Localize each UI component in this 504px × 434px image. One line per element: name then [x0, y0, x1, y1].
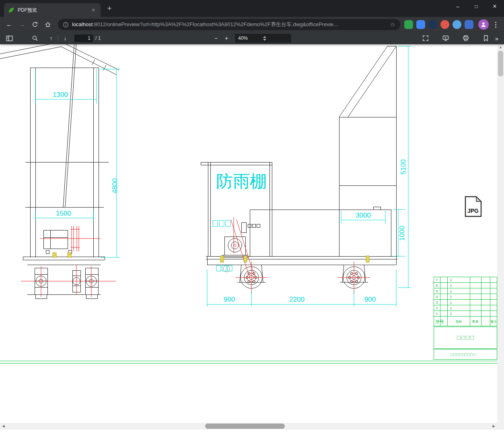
horizontal-scrollbar[interactable]: ◀ ▶ [0, 423, 497, 430]
extension-icon-1[interactable] [404, 20, 413, 29]
fullscreen-button[interactable] [420, 33, 431, 43]
extension-icon-3[interactable] [428, 20, 437, 29]
row-qty: 1 [450, 289, 452, 293]
sidebar-toggle-button[interactable] [4, 33, 14, 43]
zoom-controls: − + 40% [211, 32, 291, 44]
front-view-centerlines [21, 226, 116, 297]
reload-button[interactable] [29, 19, 41, 31]
title-block-text: 7 6 5 4 3 2 1 1 1 1 1 1 1 1 序号 名称 数量 备注 … [435, 278, 497, 357]
dim-4800: 4800 [111, 178, 119, 193]
person-icon [480, 21, 487, 28]
zoom-in-button[interactable]: + [221, 33, 232, 43]
row-qty: 1 [450, 312, 452, 316]
browser-menu-icon[interactable] [492, 19, 499, 30]
row-qty: 1 [450, 295, 452, 299]
side-view-text: 防雨棚 3000 1000 5100 900 2200 900 [216, 159, 407, 303]
seq-header: 序号 [435, 319, 444, 324]
leaf-favicon-icon [8, 7, 14, 13]
back-button[interactable]: ← [3, 19, 15, 31]
row-qty: 1 [450, 300, 452, 304]
scroll-left-arrow-icon[interactable]: ◀ [0, 423, 7, 430]
dim-5100: 5100 [399, 159, 407, 175]
fullscreen-icon [422, 35, 429, 41]
page-info-icon[interactable] [63, 22, 69, 28]
window-controls: – □ × [448, 0, 504, 13]
vertical-scrollbar[interactable]: ▲ ▼ [497, 44, 504, 430]
dim-1000: 1000 [398, 226, 406, 241]
vertical-scrollbar-thumb[interactable] [498, 51, 503, 76]
toolbar-right-group: » [420, 33, 500, 43]
extensions-row [404, 20, 473, 29]
zoom-out-button[interactable]: − [211, 33, 221, 43]
dim-900-left: 900 [224, 296, 235, 303]
bookmark-icon [483, 35, 489, 41]
close-button[interactable]: × [485, 0, 504, 13]
scroll-right-arrow-icon[interactable]: ▶ [490, 423, 497, 430]
minimize-button[interactable]: – [448, 0, 467, 13]
home-button[interactable] [42, 19, 54, 31]
tab-title: PDF预览 [18, 7, 87, 14]
reload-icon [32, 21, 38, 28]
name-header: 名称 [455, 320, 462, 323]
horizontal-scrollbar-thumb[interactable] [205, 424, 285, 429]
print-button[interactable] [461, 33, 471, 43]
more-tools-button[interactable]: » [494, 35, 500, 42]
search-icon [32, 35, 38, 41]
save-bookmark-button[interactable] [481, 33, 491, 43]
scrollbar-corner [497, 423, 504, 430]
scroll-up-arrow-icon[interactable]: ▲ [497, 44, 504, 50]
cad-drawing-canvas: 1300 4800 1500 [0, 44, 497, 423]
print-icon [463, 35, 469, 41]
front-view-dim-text: 1300 4800 1500 [53, 91, 119, 217]
dim-2200: 2200 [289, 296, 304, 303]
row-number: 7 [436, 278, 438, 282]
row-number: 6 [436, 284, 438, 288]
zoom-level-value: 40% [238, 35, 263, 41]
spinner-arrows-icon [263, 36, 288, 41]
page-up-button[interactable]: ↑ [46, 33, 56, 43]
extension-icon-2[interactable] [416, 20, 425, 29]
titlebar: PDF预览 × + – □ × [0, 0, 504, 17]
bookmark-star-icon[interactable]: ☆ [390, 21, 395, 28]
title-block-lines [0, 277, 497, 363]
forward-button[interactable]: → [16, 19, 28, 31]
qty-header: 数量 [472, 320, 479, 323]
page-count-label: / 1 [95, 35, 101, 41]
sidebar-toggle-icon [6, 35, 13, 41]
front-view-black-lines [0, 44, 119, 298]
presentation-icon [442, 35, 449, 41]
page-down-button[interactable]: ↓ [60, 33, 70, 43]
row-qty: 1 [450, 284, 452, 288]
pdf-page-content: 1300 4800 1500 [0, 44, 504, 434]
side-view-black-lines [201, 46, 397, 288]
zoom-level-select[interactable]: 40% [235, 34, 291, 43]
extension-icon-5[interactable] [453, 20, 461, 29]
home-icon [45, 21, 51, 28]
presentation-button[interactable] [440, 33, 451, 43]
row-number: 3 [436, 300, 438, 304]
profile-avatar[interactable] [478, 19, 489, 30]
address-bar[interactable]: localhost:8012/onlinePreview?url=http%3A… [58, 19, 400, 30]
new-tab-button[interactable]: + [104, 3, 115, 14]
dim-3000: 3000 [356, 212, 371, 219]
page-number-input[interactable] [74, 35, 93, 42]
maximize-button[interactable]: □ [467, 0, 485, 13]
pdf-viewer-toolbar: ↑ ↓ / 1 − + 40% [0, 32, 504, 44]
url-host: localhost [72, 21, 93, 27]
url-text: localhost:8012/onlinePreview?url=http%3A… [72, 21, 387, 28]
row-number: 2 [436, 306, 438, 310]
url-path: :8012/onlinePreview?url=http%3A%2F%2Floc… [93, 21, 338, 27]
extension-icon-6[interactable] [465, 20, 473, 29]
note-header: 备注 [490, 320, 497, 323]
row-qty: 1 [450, 306, 452, 310]
row-number: 4 [436, 295, 438, 299]
canopy-label: 防雨棚 [216, 172, 267, 191]
extension-icon-4[interactable] [440, 20, 449, 29]
search-button[interactable] [30, 33, 40, 43]
tab-close-icon[interactable]: × [90, 7, 97, 13]
dim-900-right: 900 [364, 296, 376, 303]
dim-1500: 1500 [56, 210, 71, 217]
row-number: 1 [436, 312, 438, 316]
browser-tab[interactable]: PDF预览 × [4, 3, 101, 17]
jpg-label: JPG [467, 208, 479, 214]
